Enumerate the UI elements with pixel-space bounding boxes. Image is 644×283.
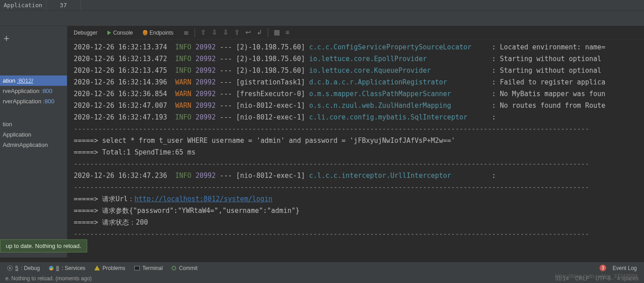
request-url-link[interactable]: http://localhost:8012/system/login	[134, 195, 272, 203]
topbar-line-number: 37	[46, 0, 81, 10]
log-panel: Debugger Console Endpoints ≣ ⇧ ⇩ ⇩ ⇪ ↩ ↲…	[67, 26, 644, 257]
reload-tooltip: up to date. Nothing to reload.	[0, 239, 87, 252]
tab-label: Endpoints	[150, 30, 173, 36]
sql-total-line: =====> Total:1 SpendTime:65 ms	[74, 148, 195, 156]
down-icon[interactable]: ⇩	[212, 28, 218, 37]
status-message: e. Nothing to reload. (moments ago)	[5, 275, 92, 282]
toolwin-debug[interactable]: 5: Debug	[7, 265, 40, 271]
req-params-line: =====> 请求参数{"password":"YWRtaW4=","usern…	[74, 207, 300, 215]
warning-icon	[94, 265, 100, 270]
sidebar-item-label: ation	[3, 77, 17, 84]
run-config-list: ation :8012/ rveApplication :800 rverApp…	[0, 75, 67, 150]
sidebar-lower-2[interactable]: AdminApplication	[0, 140, 67, 150]
mid-strip	[0, 11, 644, 26]
tab-label: Terminal	[142, 265, 163, 271]
sidebar-item-port: :800	[41, 88, 52, 94]
topbar-app-label: Application	[0, 0, 46, 10]
sidebar-item-label: rverApplication	[3, 98, 43, 105]
tab-debugger[interactable]: Debugger	[74, 30, 98, 36]
dash-line: ----------------------------------------…	[74, 183, 589, 191]
grid-icon[interactable]: ▦	[274, 28, 280, 37]
toolwin-problems[interactable]: Problems	[94, 265, 125, 271]
tab-label: 5	[15, 265, 18, 271]
wrap-icon[interactable]: ↩	[245, 28, 251, 37]
endpoints-icon	[143, 30, 147, 35]
console-toolbar: ≣ ⇧ ⇩ ⇩ ⇪ ↩ ↲ ▦ ≡	[183, 28, 289, 37]
add-config-button[interactable]: +	[4, 33, 9, 44]
tab-label: Commit	[179, 265, 197, 271]
sidebar-item-2[interactable]: rverApplication :800	[0, 96, 67, 106]
return-icon[interactable]: ↲	[257, 28, 262, 37]
toolwin-services[interactable]: 8: Services	[49, 265, 85, 271]
commit-icon	[172, 266, 176, 270]
separator	[195, 28, 195, 37]
upload-icon[interactable]: ⇪	[234, 28, 240, 37]
list-icon[interactable]: ≣	[183, 28, 189, 37]
tab-label: Console	[113, 30, 133, 36]
play-icon	[107, 31, 111, 35]
dash-line: ----------------------------------------…	[74, 160, 589, 168]
sidebar-lower-1[interactable]: Application	[0, 129, 67, 140]
tool-window-bar: 5: Debug 8: Services Problems Terminal C…	[0, 262, 644, 274]
toolwin-event-log[interactable]: Event Log	[613, 265, 637, 271]
run-sidebar: + ation :8012/ rveApplication :800 rverA…	[0, 26, 67, 257]
bug-icon	[7, 265, 13, 271]
tab-console[interactable]: Console	[107, 30, 133, 36]
debug-header: Debugger Console Endpoints ≣ ⇧ ⇩ ⇩ ⇪ ↩ ↲…	[67, 26, 644, 40]
sidebar-item-label: rveApplication	[3, 88, 41, 94]
down2-icon[interactable]: ⇩	[223, 28, 229, 37]
settings-icon[interactable]: ≡	[285, 28, 289, 37]
sidebar-item-port: :8012/	[17, 77, 33, 84]
toolwin-commit[interactable]: Commit	[172, 265, 197, 271]
sql-query-line: =====> select * from t_user WHERE userna…	[74, 137, 455, 145]
dash-line: ----------------------------------------…	[74, 230, 589, 238]
tab-endpoints[interactable]: Endpoints	[143, 30, 173, 36]
sidebar-item-port: :800	[43, 98, 54, 105]
terminal-icon	[134, 266, 140, 270]
up-icon[interactable]: ⇧	[200, 28, 206, 37]
dash-line: ----------------------------------------…	[74, 125, 589, 133]
req-status-line: =====> 请求状态：200	[74, 218, 148, 226]
console-output[interactable]: 2020-12-26 16:32:13.374 INFO 20992 --- […	[67, 40, 644, 244]
status-bar: e. Nothing to reload. (moments ago) 31:1…	[0, 274, 644, 283]
event-badge[interactable]: 3	[600, 265, 606, 271]
editor-topbar: Application 37	[0, 0, 644, 11]
tab-label: Problems	[102, 265, 125, 271]
sidebar-lower-0[interactable]: tion	[0, 119, 67, 129]
sidebar-item-0[interactable]: ation :8012/	[0, 75, 67, 86]
req-url-line: =====> 请求Url：http://localhost:8012/syste…	[74, 195, 272, 203]
separator	[268, 28, 268, 37]
tab-label: 8	[56, 265, 59, 271]
toolwin-terminal[interactable]: Terminal	[134, 265, 163, 271]
sidebar-item-1[interactable]: rveApplication :800	[0, 86, 67, 96]
watermark: https://blog.csdn.net/qq_37248504	[555, 273, 638, 279]
services-icon	[49, 266, 53, 270]
